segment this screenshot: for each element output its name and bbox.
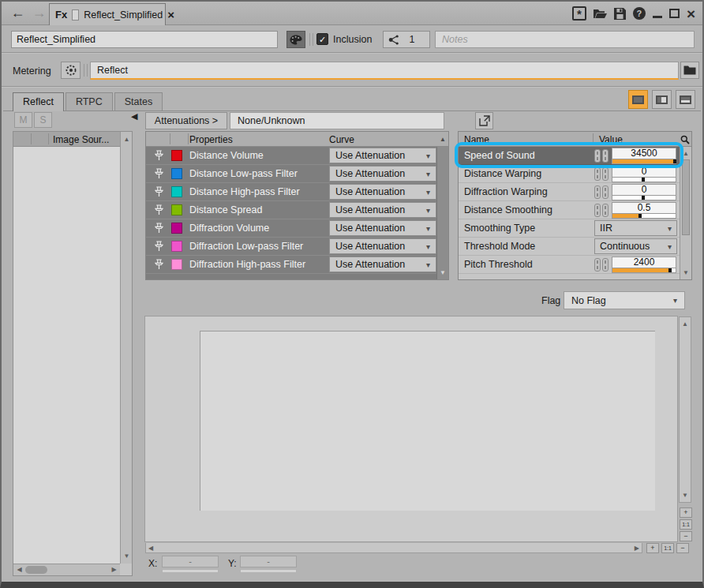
curve-property-row[interactable]: Diffraction VolumeUse Attenuation▾ — [146, 219, 436, 238]
scroll-left-icon[interactable]: ◀ — [148, 544, 153, 552]
link-indicator[interactable] — [602, 258, 609, 272]
splitter-handle[interactable] — [309, 33, 313, 46]
value-field[interactable]: 2400 — [612, 257, 676, 268]
layout-vertical-split-button[interactable] — [652, 90, 672, 109]
zoom-reset-horizontal-button[interactable]: 1:1 — [661, 543, 674, 553]
setting-dropdown[interactable]: Continuous▾ — [594, 238, 677, 254]
rtpc-indicator[interactable] — [594, 185, 601, 199]
scroll-left-icon[interactable]: ◀ — [13, 564, 25, 575]
metering-options-button[interactable] — [61, 62, 81, 79]
setting-row[interactable]: Speed of Sound34500 — [459, 147, 680, 165]
curve-mode-dropdown[interactable]: Use Attenuation▾ — [329, 202, 436, 218]
notes-input[interactable] — [435, 31, 695, 48]
curve-mode-dropdown[interactable]: Use Attenuation▾ — [329, 257, 436, 272]
pin-toggle[interactable] — [146, 203, 171, 218]
document-tab[interactable]: Fx Reflect_Simplified × — [49, 3, 166, 25]
vertical-scrollbar[interactable]: ▼ — [436, 147, 448, 279]
link-indicator[interactable] — [602, 167, 609, 181]
solo-button[interactable]: S — [34, 112, 52, 128]
pin-toggle[interactable] — [146, 185, 171, 200]
setting-row[interactable]: Diffraction Warping0 — [459, 183, 680, 201]
object-name-input[interactable] — [11, 31, 278, 48]
curve-graph-area[interactable] — [144, 316, 678, 542]
zoom-reset-vertical-button[interactable]: 1:1 — [680, 519, 692, 530]
metering-bus-field[interactable]: Reflect — [90, 62, 679, 80]
curve-property-row[interactable]: Distance Low-pass FilterUse Attenuation▾ — [146, 165, 436, 183]
open-button[interactable] — [594, 9, 607, 19]
scroll-down-icon[interactable]: ▼ — [437, 267, 448, 279]
scroll-right-icon[interactable]: ▶ — [635, 544, 639, 552]
rtpc-indicator[interactable] — [594, 149, 601, 163]
scroll-up-icon[interactable]: ▲ — [440, 136, 446, 143]
mute-button[interactable]: M — [14, 112, 32, 128]
graph-vertical-scrollbar[interactable]: ▲ ▼ — [679, 316, 691, 503]
curve-mode-dropdown[interactable]: Use Attenuation▾ — [329, 148, 436, 163]
zoom-out-horizontal-button[interactable]: − — [676, 543, 689, 553]
forward-button[interactable]: → — [29, 3, 49, 23]
setting-row[interactable]: Pitch Threshold2400 — [459, 256, 680, 274]
tab-rtpc[interactable]: RTPC — [66, 92, 113, 110]
setting-row[interactable]: Smoothing TypeIIR▾ — [459, 219, 680, 238]
value-slider[interactable] — [612, 214, 676, 219]
scroll-right-icon[interactable]: ▶ — [108, 564, 120, 575]
save-button[interactable] — [614, 8, 626, 20]
value-slider[interactable] — [612, 159, 676, 164]
x-coordinate-field[interactable]: - — [162, 556, 219, 567]
sharesets-button[interactable]: 1 — [383, 31, 430, 48]
value-field[interactable]: 34500 — [612, 148, 676, 159]
link-indicator[interactable] — [602, 149, 609, 163]
scroll-up-icon[interactable]: ▲ — [680, 148, 691, 159]
scroll-up-icon[interactable]: ▲ — [121, 133, 133, 145]
scroll-up-icon[interactable]: ▲ — [680, 318, 691, 330]
pin-toggle[interactable] — [146, 167, 171, 182]
curve-property-row[interactable]: Distance VolumeUse Attenuation▾ — [146, 147, 436, 165]
link-indicator[interactable] — [602, 185, 609, 199]
y-coordinate-field[interactable]: - — [240, 556, 297, 567]
help-button[interactable]: ? — [633, 7, 646, 20]
slider-handle[interactable] — [668, 268, 672, 272]
tab-close-button[interactable]: × — [167, 9, 174, 21]
maximize-button[interactable] — [669, 9, 680, 18]
value-slider[interactable] — [612, 268, 676, 273]
value-field[interactable]: 0 — [612, 184, 676, 196]
attenuations-button[interactable]: Attenuations > — [145, 112, 227, 129]
zoom-out-vertical-button[interactable]: − — [680, 531, 692, 541]
pin-toggle[interactable] — [146, 239, 171, 254]
tab-states[interactable]: States — [114, 92, 163, 110]
scrollbar-thumb[interactable] — [25, 566, 47, 574]
back-button[interactable]: ← — [8, 3, 28, 23]
splitter-handle[interactable] — [84, 64, 88, 77]
curve-mode-dropdown[interactable]: Use Attenuation▾ — [329, 220, 436, 236]
tab-reflect[interactable]: Reflect — [13, 92, 64, 111]
curve-graph-plot[interactable] — [200, 331, 655, 511]
rtpc-indicator[interactable] — [594, 167, 601, 181]
vertical-scrollbar[interactable]: ▲ ▼ — [680, 147, 691, 279]
search-button[interactable] — [680, 133, 691, 145]
zoom-in-vertical-button[interactable]: + — [680, 507, 692, 518]
graph-horizontal-scrollbar[interactable]: ◀ ▶ — [145, 543, 642, 553]
slider-handle[interactable] — [638, 214, 642, 218]
curve-property-row[interactable]: Distance High-pass FilterUse Attenuation… — [146, 183, 436, 201]
value-slider[interactable] — [612, 178, 676, 182]
link-indicator[interactable] — [602, 204, 609, 217]
favorites-button[interactable]: * — [572, 6, 586, 21]
vertical-scrollbar[interactable]: ▲ ▼ — [120, 132, 132, 564]
setting-row[interactable]: Distance Smoothing0.5 — [459, 201, 680, 219]
image-sources-list[interactable] — [13, 147, 120, 564]
value-slider[interactable] — [612, 196, 676, 200]
curve-mode-dropdown[interactable]: Use Attenuation▾ — [329, 184, 436, 200]
rtpc-indicator[interactable] — [594, 258, 601, 272]
layout-horizontal-split-button[interactable] — [676, 90, 695, 109]
window-close-button[interactable]: × — [687, 6, 695, 21]
inclusion-checkbox[interactable]: ✓ — [316, 33, 328, 45]
horizontal-scrollbar[interactable]: ◀ ▶ — [13, 564, 120, 575]
collapse-panel-icon[interactable]: ◀ — [131, 111, 137, 122]
scroll-down-icon[interactable]: ▼ — [121, 550, 133, 562]
attenuation-name-field[interactable]: None/Unknown — [230, 112, 444, 129]
minimize-button[interactable] — [653, 9, 662, 18]
slider-handle[interactable] — [642, 196, 645, 200]
pin-toggle[interactable] — [146, 221, 171, 236]
value-field[interactable]: 0.5 — [612, 202, 676, 214]
scroll-down-icon[interactable]: ▼ — [680, 489, 691, 501]
layout-single-view-button[interactable] — [628, 90, 648, 109]
